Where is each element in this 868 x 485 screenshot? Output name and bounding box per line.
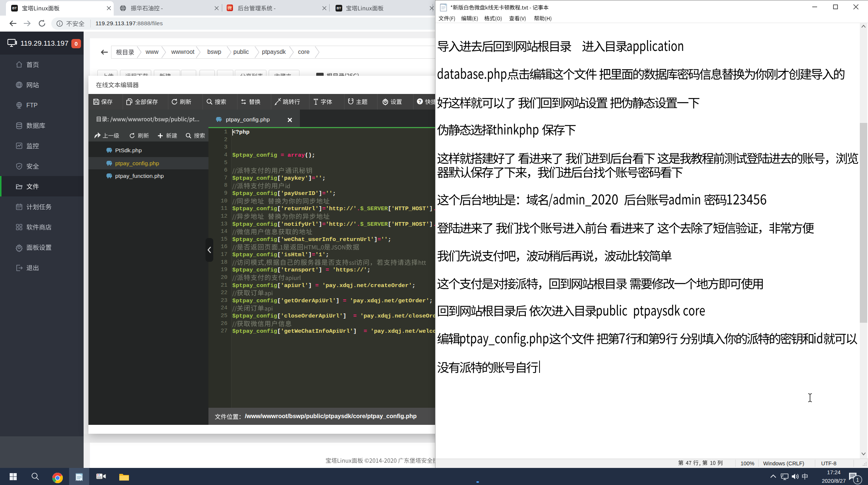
svg-text:1: 1	[856, 477, 859, 483]
svg-text:?: ?	[418, 99, 421, 104]
